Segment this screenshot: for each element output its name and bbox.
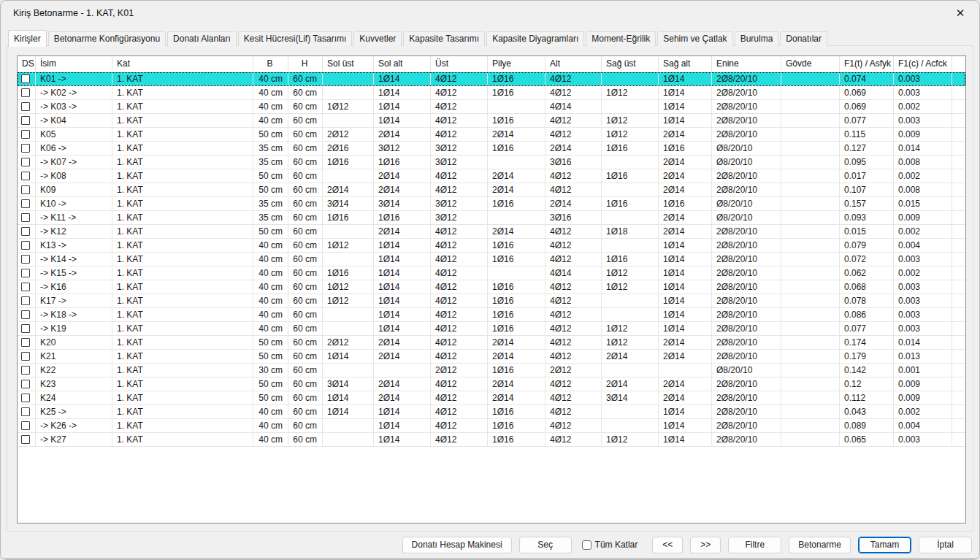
table-row-k24[interactable]: K241. KAT50 cm60 cm1Ø142Ø144Ø122Ø144Ø123… (18, 391, 965, 405)
table-row-k05[interactable]: K051. KAT50 cm60 cm2Ø122Ø144Ø122Ø144Ø121… (18, 128, 965, 142)
table-row-k27[interactable]: -> K271. KAT40 cm60 cm1Ø144Ø121Ø164Ø121Ø… (18, 433, 965, 447)
row-checkbox-unchecked[interactable] (21, 421, 30, 430)
column-header-pilye[interactable]: Pilye (488, 56, 545, 72)
row-checkbox-unchecked[interactable] (21, 394, 30, 402)
table-row-k07[interactable]: -> K07 ->1. KAT35 cm60 cm1Ø161Ø163Ø123Ø1… (18, 156, 965, 169)
tab-kapasite-tasar-m-[interactable]: Kapasite Tasarımı (403, 31, 485, 46)
tab-kesit-h-cresi-lif-tasar-m-[interactable]: Kesit Hücresi(Lif) Tasarımı (238, 31, 352, 46)
table-row-k08[interactable]: -> K081. KAT50 cm60 cm2Ø144Ø122Ø144Ø121Ø… (18, 169, 965, 183)
table-row-k25[interactable]: K25 ->1. KAT40 cm60 cm1Ø141Ø144Ø121Ø164Ø… (18, 405, 965, 419)
column-header-sag_alt[interactable]: Sağ alt (659, 56, 712, 72)
table-row-k03[interactable]: -> K03 ->1. KAT40 cm60 cm1Ø121Ø144Ø124Ø1… (18, 100, 965, 114)
tab-kiri-ler[interactable]: Kirişler (8, 30, 47, 47)
column-header-isim[interactable]: İsim (36, 56, 112, 72)
close-icon[interactable]: ✕ (949, 4, 972, 22)
prev-page-button[interactable]: << (652, 537, 683, 553)
row-checkbox-unchecked[interactable] (21, 283, 30, 291)
tab-betonarme-konfig-rasyonu[interactable]: Betonarme Konfigürasyonu (48, 31, 166, 46)
filtre-button[interactable]: Filtre (728, 537, 781, 553)
row-checkbox-unchecked[interactable] (21, 407, 30, 416)
donati-hesap-makinesi-button[interactable]: Donatı Hesap Makinesi (402, 537, 512, 553)
table-row-k14[interactable]: -> K14 ->1. KAT40 cm60 cm1Ø144Ø121Ø164Ø1… (18, 253, 965, 266)
tab-moment-e-rilik[interactable]: Moment-Eğrilik (586, 31, 656, 46)
row-checkbox-unchecked[interactable] (21, 213, 30, 222)
tab-sehim-ve-atlak[interactable]: Sehim ve Çatlak (657, 31, 732, 46)
row-checkbox-unchecked[interactable] (21, 366, 30, 375)
checkbox-tum-katlar[interactable]: Tüm Katlar (582, 540, 638, 550)
column-header-sol_ust[interactable]: Sol üst (323, 56, 374, 72)
tab-kapasite-diyagramlar-[interactable]: Kapasite Diyagramları (486, 31, 584, 46)
betonarme-button[interactable]: Betonarme (789, 537, 851, 553)
column-header-enine[interactable]: Enine (712, 56, 781, 72)
table-row-k18[interactable]: -> K18 ->1. KAT40 cm60 cm1Ø144Ø121Ø164Ø1… (18, 308, 965, 322)
table-row-k26[interactable]: -> K26 ->1. KAT40 cm60 cm1Ø144Ø121Ø164Ø1… (18, 419, 965, 433)
table-row-k19[interactable]: -> K191. KAT40 cm60 cm1Ø144Ø121Ø164Ø121Ø… (18, 322, 965, 336)
dialog-kiris-betonarme: Kiriş Betonarme - 1. KAT, K01 ✕ Kirişler… (0, 0, 980, 560)
row-checkbox-unchecked[interactable] (21, 102, 30, 111)
row-checkbox-unchecked[interactable] (21, 269, 30, 277)
tamam-button[interactable]: Tamam (858, 537, 911, 553)
checkbox-box-unchecked[interactable] (582, 540, 592, 550)
row-checkbox-unchecked[interactable] (21, 158, 30, 166)
column-header-b[interactable]: B (253, 56, 288, 72)
cell-pilye: 1Ø16 (488, 72, 545, 85)
table-row-k17[interactable]: K17 ->1. KAT40 cm60 cm1Ø121Ø144Ø121Ø164Ø… (18, 294, 965, 308)
table-row-k16[interactable]: -> K161. KAT40 cm60 cm1Ø121Ø144Ø121Ø164Ø… (18, 280, 965, 294)
cell-sol_ust (323, 419, 374, 432)
cell-filler (952, 433, 965, 446)
table-row-k11[interactable]: -> K11 ->1. KAT35 cm60 cm1Ø161Ø163Ø123Ø1… (18, 211, 965, 225)
table-row-k06[interactable]: K06 ->1. KAT35 cm60 cm2Ø163Ø123Ø121Ø162Ø… (18, 142, 965, 156)
row-checkbox-unchecked[interactable] (21, 199, 30, 208)
row-checkbox-unchecked[interactable] (21, 185, 30, 194)
column-header-ds[interactable]: DS (18, 56, 36, 72)
column-header-h[interactable]: H (288, 56, 323, 72)
row-checkbox-unchecked[interactable] (21, 255, 30, 264)
row-checkbox-unchecked[interactable] (21, 227, 30, 236)
tab-kuvvetler[interactable]: Kuvvetler (353, 31, 402, 46)
row-checkbox-unchecked[interactable] (21, 130, 30, 139)
cell-kat: 1. KAT (112, 72, 253, 85)
table-row-k20[interactable]: K201. KAT50 cm60 cm2Ø122Ø144Ø122Ø144Ø121… (18, 336, 965, 350)
column-header-sag_ust[interactable]: Sağ üst (602, 56, 659, 72)
column-header-kat[interactable]: Kat (112, 56, 253, 72)
column-header-sol_alt[interactable]: Sol alt (374, 56, 431, 72)
row-checkbox-unchecked[interactable] (21, 144, 30, 153)
table-row-k15[interactable]: -> K15 ->1. KAT40 cm60 cm1Ø161Ø144Ø124Ø1… (18, 266, 965, 280)
tab-donat-alanlar-[interactable]: Donatı Alanları (167, 31, 237, 46)
row-checkbox-unchecked[interactable] (21, 172, 30, 180)
row-checkbox-unchecked[interactable] (21, 352, 30, 361)
table-row-k09[interactable]: K091. KAT50 cm60 cm2Ø142Ø144Ø122Ø144Ø122… (18, 183, 965, 197)
column-header-f1c[interactable]: F1(c) / Acfck (894, 56, 952, 72)
row-checkbox-unchecked[interactable] (21, 74, 30, 83)
table-row-k23[interactable]: K231. KAT50 cm60 cm3Ø142Ø144Ø122Ø144Ø122… (18, 377, 965, 391)
row-checkbox-unchecked[interactable] (21, 116, 30, 125)
row-checkbox-unchecked[interactable] (21, 88, 30, 97)
table-row-k04[interactable]: -> K041. KAT40 cm60 cm1Ø144Ø121Ø164Ø121Ø… (18, 114, 965, 128)
table-row-k01[interactable]: K01 ->1. KAT40 cm60 cm1Ø144Ø121Ø164Ø121Ø… (18, 72, 965, 86)
column-header-f1t[interactable]: F1(t) / Asfyk (840, 56, 894, 72)
row-checkbox-unchecked[interactable] (21, 241, 30, 250)
row-checkbox-unchecked[interactable] (21, 310, 30, 319)
cell-isim: K09 (36, 183, 112, 196)
tab-donat-lar[interactable]: Donatılar (780, 31, 827, 46)
tab-burulma[interactable]: Burulma (735, 31, 779, 46)
next-page-button[interactable]: >> (690, 537, 721, 553)
cell-filler (952, 294, 965, 307)
row-checkbox-unchecked[interactable] (21, 380, 30, 388)
table-row-k02[interactable]: -> K02 ->1. KAT40 cm60 cm1Ø144Ø121Ø164Ø1… (18, 86, 965, 100)
cell-isim: -> K14 -> (36, 253, 112, 266)
sec-button[interactable]: Seç (519, 537, 572, 553)
row-checkbox-unchecked[interactable] (21, 296, 30, 305)
iptal-button[interactable]: İptal (919, 537, 972, 553)
table-row-k12[interactable]: -> K121. KAT50 cm60 cm2Ø144Ø122Ø144Ø121Ø… (18, 225, 965, 239)
row-checkbox-unchecked[interactable] (21, 324, 30, 333)
table-row-k21[interactable]: K211. KAT50 cm60 cm1Ø142Ø144Ø122Ø144Ø122… (18, 350, 965, 364)
table-row-k13[interactable]: K13 ->1. KAT40 cm60 cm1Ø121Ø144Ø121Ø164Ø… (18, 239, 965, 253)
row-checkbox-unchecked[interactable] (21, 435, 30, 444)
column-header-alt[interactable]: Alt (545, 56, 602, 72)
column-header-ust[interactable]: Üst (431, 56, 488, 72)
column-header-govde[interactable]: Gövde (781, 56, 840, 72)
table-row-k10[interactable]: K10 ->1. KAT35 cm60 cm3Ø143Ø143Ø121Ø162Ø… (18, 197, 965, 211)
row-checkbox-unchecked[interactable] (21, 338, 30, 347)
table-row-k22[interactable]: K221. KAT30 cm60 cm2Ø121Ø162Ø12Ø8/20/100… (18, 364, 965, 377)
